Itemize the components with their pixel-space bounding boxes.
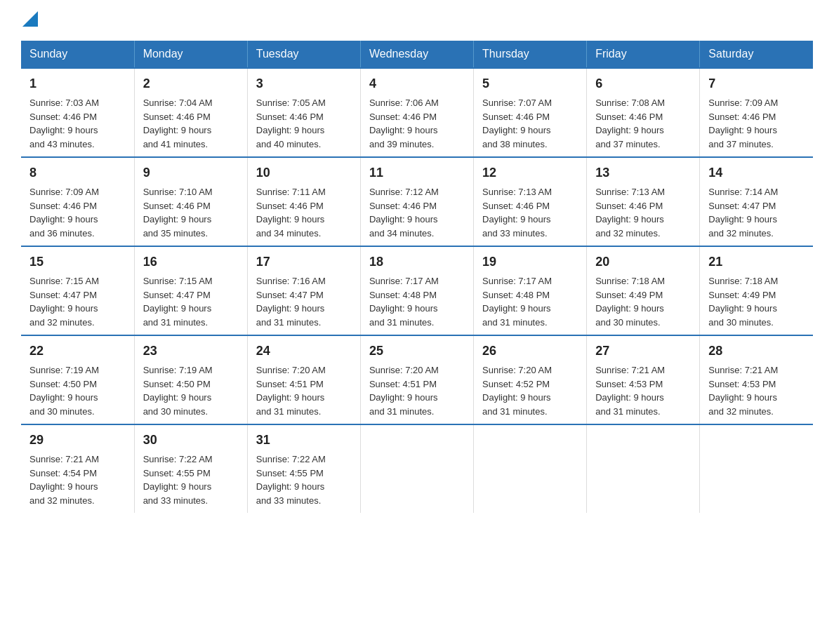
calendar-table: SundayMondayTuesdayWednesdayThursdayFrid…	[21, 41, 813, 513]
calendar-week-row: 8 Sunrise: 7:09 AMSunset: 4:46 PMDayligh…	[21, 157, 813, 246]
calendar-cell: 25 Sunrise: 7:20 AMSunset: 4:51 PMDaylig…	[360, 335, 473, 424]
day-number: 28	[708, 342, 805, 361]
day-info: Sunrise: 7:11 AMSunset: 4:46 PMDaylight:…	[256, 187, 326, 239]
calendar-cell: 4 Sunrise: 7:06 AMSunset: 4:46 PMDayligh…	[360, 68, 473, 157]
calendar-cell: 6 Sunrise: 7:08 AMSunset: 4:46 PMDayligh…	[587, 68, 700, 157]
weekday-header-friday: Friday	[587, 41, 700, 68]
day-info: Sunrise: 7:21 AMSunset: 4:53 PMDaylight:…	[708, 365, 778, 417]
calendar-cell: 9 Sunrise: 7:10 AMSunset: 4:46 PMDayligh…	[134, 157, 247, 246]
day-number: 22	[29, 342, 126, 361]
day-number: 11	[369, 163, 465, 182]
day-info: Sunrise: 7:21 AMSunset: 4:54 PMDaylight:…	[29, 454, 99, 506]
day-number: 3	[256, 74, 352, 93]
day-number: 21	[708, 253, 805, 271]
calendar-cell: 31 Sunrise: 7:22 AMSunset: 4:55 PMDaylig…	[247, 424, 360, 513]
day-number: 10	[256, 163, 352, 182]
day-number: 15	[29, 253, 126, 271]
day-number: 20	[595, 253, 691, 271]
calendar-cell: 27 Sunrise: 7:21 AMSunset: 4:53 PMDaylig…	[587, 335, 700, 424]
day-number: 25	[369, 342, 465, 361]
calendar-cell: 1 Sunrise: 7:03 AMSunset: 4:46 PMDayligh…	[21, 68, 134, 157]
day-number: 13	[595, 163, 691, 182]
calendar-cell: 14 Sunrise: 7:14 AMSunset: 4:47 PMDaylig…	[700, 157, 813, 246]
day-info: Sunrise: 7:18 AMSunset: 4:49 PMDaylight:…	[708, 276, 778, 328]
day-info: Sunrise: 7:10 AMSunset: 4:46 PMDaylight:…	[143, 187, 213, 239]
day-info: Sunrise: 7:22 AMSunset: 4:55 PMDaylight:…	[256, 454, 326, 506]
day-info: Sunrise: 7:04 AMSunset: 4:46 PMDaylight:…	[143, 98, 213, 149]
calendar-cell: 10 Sunrise: 7:11 AMSunset: 4:46 PMDaylig…	[247, 157, 360, 246]
calendar-cell: 23 Sunrise: 7:19 AMSunset: 4:50 PMDaylig…	[134, 335, 247, 424]
logo-triangle-icon	[22, 11, 38, 27]
day-info: Sunrise: 7:15 AMSunset: 4:47 PMDaylight:…	[143, 276, 213, 328]
day-info: Sunrise: 7:03 AMSunset: 4:46 PMDaylight:…	[29, 98, 99, 149]
calendar-cell: 26 Sunrise: 7:20 AMSunset: 4:52 PMDaylig…	[474, 335, 587, 424]
day-info: Sunrise: 7:06 AMSunset: 4:46 PMDaylight:…	[369, 98, 439, 149]
calendar-cell: 3 Sunrise: 7:05 AMSunset: 4:46 PMDayligh…	[247, 68, 360, 157]
day-info: Sunrise: 7:07 AMSunset: 4:46 PMDaylight:…	[482, 98, 552, 149]
day-info: Sunrise: 7:05 AMSunset: 4:46 PMDaylight:…	[256, 98, 326, 149]
calendar-cell: 30 Sunrise: 7:22 AMSunset: 4:55 PMDaylig…	[134, 424, 247, 513]
day-info: Sunrise: 7:17 AMSunset: 4:48 PMDaylight:…	[369, 276, 439, 328]
calendar-cell: 17 Sunrise: 7:16 AMSunset: 4:47 PMDaylig…	[247, 246, 360, 335]
day-number: 27	[595, 342, 691, 361]
day-number: 7	[708, 74, 805, 93]
calendar-cell: 8 Sunrise: 7:09 AMSunset: 4:46 PMDayligh…	[21, 157, 134, 246]
calendar-cell: 5 Sunrise: 7:07 AMSunset: 4:46 PMDayligh…	[474, 68, 587, 157]
calendar-week-row: 15 Sunrise: 7:15 AMSunset: 4:47 PMDaylig…	[21, 246, 813, 335]
calendar-cell: 21 Sunrise: 7:18 AMSunset: 4:49 PMDaylig…	[700, 246, 813, 335]
day-number: 24	[256, 342, 352, 361]
calendar-cell: 18 Sunrise: 7:17 AMSunset: 4:48 PMDaylig…	[360, 246, 473, 335]
day-number: 16	[143, 253, 239, 271]
day-number: 6	[595, 74, 691, 93]
day-info: Sunrise: 7:16 AMSunset: 4:47 PMDaylight:…	[256, 276, 326, 328]
calendar-cell: 12 Sunrise: 7:13 AMSunset: 4:46 PMDaylig…	[474, 157, 587, 246]
day-info: Sunrise: 7:09 AMSunset: 4:46 PMDaylight:…	[708, 98, 778, 149]
day-info: Sunrise: 7:20 AMSunset: 4:51 PMDaylight:…	[256, 365, 326, 417]
calendar-cell	[474, 424, 587, 513]
day-number: 2	[143, 74, 239, 93]
day-info: Sunrise: 7:08 AMSunset: 4:46 PMDaylight:…	[595, 98, 665, 149]
calendar-week-row: 1 Sunrise: 7:03 AMSunset: 4:46 PMDayligh…	[21, 68, 813, 157]
day-number: 23	[143, 342, 239, 361]
calendar-body: 1 Sunrise: 7:03 AMSunset: 4:46 PMDayligh…	[21, 68, 813, 513]
day-info: Sunrise: 7:19 AMSunset: 4:50 PMDaylight:…	[29, 365, 99, 417]
calendar-cell: 29 Sunrise: 7:21 AMSunset: 4:54 PMDaylig…	[21, 424, 134, 513]
calendar-cell: 11 Sunrise: 7:12 AMSunset: 4:46 PMDaylig…	[360, 157, 473, 246]
calendar-cell: 2 Sunrise: 7:04 AMSunset: 4:46 PMDayligh…	[134, 68, 247, 157]
calendar-cell: 7 Sunrise: 7:09 AMSunset: 4:46 PMDayligh…	[700, 68, 813, 157]
day-number: 14	[708, 163, 805, 182]
day-info: Sunrise: 7:21 AMSunset: 4:53 PMDaylight:…	[595, 365, 665, 417]
calendar-cell: 16 Sunrise: 7:15 AMSunset: 4:47 PMDaylig…	[134, 246, 247, 335]
calendar-cell	[700, 424, 813, 513]
day-number: 8	[29, 163, 126, 182]
day-info: Sunrise: 7:13 AMSunset: 4:46 PMDaylight:…	[482, 187, 552, 239]
weekday-header-monday: Monday	[134, 41, 247, 68]
calendar-cell: 22 Sunrise: 7:19 AMSunset: 4:50 PMDaylig…	[21, 335, 134, 424]
day-info: Sunrise: 7:18 AMSunset: 4:49 PMDaylight:…	[595, 276, 665, 328]
day-number: 12	[482, 163, 578, 182]
weekday-header-row: SundayMondayTuesdayWednesdayThursdayFrid…	[21, 41, 813, 68]
day-number: 30	[143, 431, 239, 450]
calendar-cell: 19 Sunrise: 7:17 AMSunset: 4:48 PMDaylig…	[474, 246, 587, 335]
calendar-header: SundayMondayTuesdayWednesdayThursdayFrid…	[21, 41, 813, 68]
day-info: Sunrise: 7:20 AMSunset: 4:51 PMDaylight:…	[369, 365, 439, 417]
day-number: 4	[369, 74, 465, 93]
svg-marker-0	[22, 11, 38, 27]
day-info: Sunrise: 7:19 AMSunset: 4:50 PMDaylight:…	[143, 365, 213, 417]
day-number: 19	[482, 253, 578, 271]
day-info: Sunrise: 7:17 AMSunset: 4:48 PMDaylight:…	[482, 276, 552, 328]
weekday-header-wednesday: Wednesday	[360, 41, 473, 68]
weekday-header-tuesday: Tuesday	[247, 41, 360, 68]
calendar-cell: 28 Sunrise: 7:21 AMSunset: 4:53 PMDaylig…	[700, 335, 813, 424]
day-number: 1	[29, 74, 126, 93]
calendar-cell: 13 Sunrise: 7:13 AMSunset: 4:46 PMDaylig…	[587, 157, 700, 246]
day-number: 18	[369, 253, 465, 271]
day-number: 9	[143, 163, 239, 182]
weekday-header-saturday: Saturday	[700, 41, 813, 68]
day-info: Sunrise: 7:20 AMSunset: 4:52 PMDaylight:…	[482, 365, 552, 417]
day-info: Sunrise: 7:22 AMSunset: 4:55 PMDaylight:…	[143, 454, 213, 506]
day-info: Sunrise: 7:12 AMSunset: 4:46 PMDaylight:…	[369, 187, 439, 239]
calendar-cell: 20 Sunrise: 7:18 AMSunset: 4:49 PMDaylig…	[587, 246, 700, 335]
calendar-week-row: 29 Sunrise: 7:21 AMSunset: 4:54 PMDaylig…	[21, 424, 813, 513]
calendar-cell	[360, 424, 473, 513]
